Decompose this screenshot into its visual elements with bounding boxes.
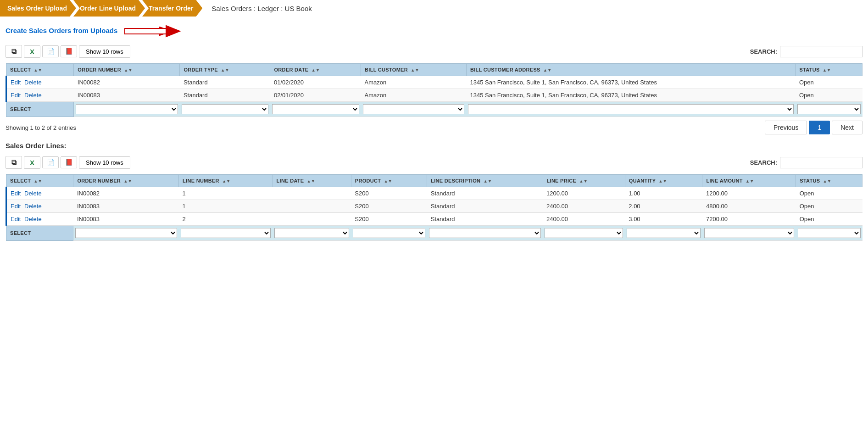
breadcrumb-step-3-label: Transfer Order — [149, 5, 193, 12]
col-bill-customer-address: BILL CUSTOMER ADDRESS ▲▼ — [466, 64, 795, 76]
orders-cell-order-number-0: IN00082 — [74, 76, 180, 89]
lfilter-select-status[interactable] — [798, 228, 861, 238]
lines-edit-link-1[interactable]: Edit — [11, 203, 21, 210]
orders-edit-link-1[interactable]: Edit — [11, 92, 21, 99]
filter-select-order-date[interactable] — [272, 104, 359, 114]
lines-delete-link-0[interactable]: Delete — [24, 190, 42, 197]
orders-delete-link-1[interactable]: Delete — [24, 92, 42, 99]
col-order-date: ORDER DATE ▲▼ — [270, 64, 361, 76]
filter-order-number — [74, 102, 180, 117]
excel-button-1[interactable]: X — [24, 45, 40, 58]
lines-cell-line-price-1: 2400.00 — [543, 200, 625, 213]
lines-cell-line-amount-1: 4800.00 — [702, 200, 796, 213]
breadcrumb-step-1[interactable]: Sales Order Upload — [0, 0, 76, 17]
lines-cell-line-number-2: 2 — [179, 213, 273, 226]
table-controls-2: ⧉ X 📄 📕 Show 10 rows SEARCH: — [6, 152, 862, 172]
lsort-line-number[interactable]: ▲▼ — [222, 179, 230, 183]
pdf-icon-1: 📕 — [65, 48, 73, 55]
lfilter-select-line-price[interactable] — [545, 228, 623, 238]
orders-cell-order-number-1: IN00083 — [74, 89, 180, 102]
doc-button-2[interactable]: 📄 — [42, 156, 59, 168]
breadcrumb-step-3[interactable]: Transfer Order — [142, 0, 202, 17]
copy-button-2[interactable]: ⧉ — [6, 156, 22, 169]
toolbar-1: ⧉ X 📄 📕 Show 10 rows — [6, 45, 130, 58]
lines-cell-product-0: S200 — [351, 187, 427, 200]
lines-cell-product-2: S200 — [351, 213, 427, 226]
filter-select-order-number[interactable] — [76, 104, 178, 114]
breadcrumb-step-2[interactable]: Order Line Upload — [73, 0, 145, 17]
lsort-status[interactable]: ▲▼ — [823, 179, 831, 183]
show-rows-button-2[interactable]: Show 10 rows — [79, 156, 130, 169]
col-select: SELECT ▲▼ — [6, 64, 74, 76]
lfilter-select-quantity[interactable] — [627, 228, 701, 238]
sort-select[interactable]: ▲▼ — [34, 68, 42, 72]
showing-text: Showing 1 to 2 of 2 entries — [6, 124, 76, 131]
doc-button-1[interactable]: 📄 — [42, 45, 59, 57]
excel-button-2[interactable]: X — [24, 156, 40, 169]
filter-select-status[interactable] — [797, 104, 861, 114]
lfilter-select-order-number[interactable] — [75, 228, 177, 238]
lfilter-select-line-desc[interactable] — [429, 228, 541, 238]
filter-select-bill-address[interactable] — [468, 104, 793, 114]
lfilter-label-select: SELECT — [6, 226, 73, 241]
lfilter-line-date — [273, 226, 351, 241]
lines-table: SELECT ▲▼ ORDER NUMBER ▲▼ LINE NUMBER ▲▼… — [6, 174, 862, 241]
lsort-line-price[interactable]: ▲▼ — [579, 179, 588, 183]
search-input-2[interactable] — [780, 157, 862, 168]
lines-edit-link-0[interactable]: Edit — [11, 190, 21, 197]
create-sales-orders-link[interactable]: Create Sales Orders from Uploads — [6, 27, 117, 34]
lcol-line-description: LINE DESCRIPTION ▲▼ — [427, 175, 543, 187]
lines-cell-line-date-1 — [273, 200, 351, 213]
lsort-select[interactable]: ▲▼ — [34, 179, 42, 183]
sort-bill-address[interactable]: ▲▼ — [543, 68, 551, 72]
lfilter-select-product[interactable] — [353, 228, 425, 238]
pdf-button-1[interactable]: 📕 — [61, 45, 77, 57]
lsort-line-desc[interactable]: ▲▼ — [484, 179, 492, 183]
sort-order-number[interactable]: ▲▼ — [124, 68, 132, 72]
lsort-product[interactable]: ▲▼ — [384, 179, 392, 183]
search-input-1[interactable] — [780, 46, 862, 57]
lines-table-row: Edit Delete IN00083 2 S200 Standard 2400… — [6, 213, 862, 226]
previous-button[interactable]: Previous — [765, 121, 807, 134]
lsort-line-amount[interactable]: ▲▼ — [746, 179, 754, 183]
sort-order-date[interactable]: ▲▼ — [312, 68, 320, 72]
orders-delete-link-0[interactable]: Delete — [24, 79, 42, 86]
lines-cell-line-price-2: 2400.00 — [543, 213, 625, 226]
lines-cell-line-amount-2: 7200.00 — [702, 213, 796, 226]
lfilter-order-number — [73, 226, 179, 241]
sort-status[interactable]: ▲▼ — [823, 68, 831, 72]
lcol-order-number: ORDER NUMBER ▲▼ — [73, 175, 179, 187]
filter-select-order-type[interactable] — [182, 104, 268, 114]
lsort-line-date[interactable]: ▲▼ — [307, 179, 315, 183]
red-arrow-icon — [121, 24, 181, 39]
lfilter-select-line-number[interactable] — [181, 228, 271, 238]
lines-delete-link-2[interactable]: Delete — [24, 216, 42, 222]
lfilter-line-amount — [702, 226, 796, 241]
orders-edit-link-0[interactable]: Edit — [11, 79, 21, 86]
lfilter-select-line-amount[interactable] — [704, 228, 794, 238]
lines-table-row: Edit Delete IN00082 1 S200 Standard 1200… — [6, 187, 862, 200]
sort-order-type[interactable]: ▲▼ — [221, 68, 229, 72]
lines-cell-line-desc-1: Standard — [427, 200, 543, 213]
show-rows-button-1[interactable]: Show 10 rows — [79, 45, 130, 58]
breadcrumb-step-2-label: Order Line Upload — [80, 5, 136, 12]
orders-cell-order-date-0: 01/02/2020 — [270, 76, 361, 89]
lfilter-select-line-date[interactable] — [274, 228, 349, 238]
orders-table-header: SELECT ▲▼ ORDER NUMBER ▲▼ ORDER TYPE ▲▼ … — [6, 64, 862, 76]
filter-select-bill-customer[interactable] — [363, 104, 465, 114]
lines-edit-link-2[interactable]: Edit — [11, 216, 21, 222]
lcol-line-price: LINE PRICE ▲▼ — [543, 175, 625, 187]
next-button[interactable]: Next — [832, 121, 862, 134]
lcol-line-amount: LINE AMOUNT ▲▼ — [702, 175, 796, 187]
lsort-order-number[interactable]: ▲▼ — [123, 179, 132, 183]
filter-bill-customer — [361, 102, 467, 117]
pdf-button-2[interactable]: 📕 — [61, 156, 77, 168]
orders-cell-bill-address-0: 1345 San Francisco, Suite 1, San Francis… — [466, 76, 795, 89]
sort-bill-customer[interactable]: ▲▼ — [411, 68, 419, 72]
page-1-button[interactable]: 1 — [809, 121, 830, 134]
lfilter-line-price — [543, 226, 625, 241]
lines-delete-link-1[interactable]: Delete — [24, 203, 42, 210]
copy-button-1[interactable]: ⧉ — [6, 45, 22, 58]
lsort-quantity[interactable]: ▲▼ — [659, 179, 667, 183]
lines-cell-select-1: Edit Delete — [6, 200, 73, 213]
